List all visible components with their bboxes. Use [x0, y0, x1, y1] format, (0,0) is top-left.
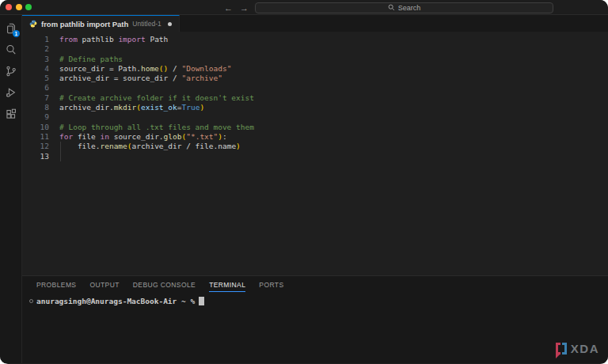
code-text: archive_dir = source_dir / "archive"	[59, 74, 222, 83]
modified-dot-icon[interactable]	[168, 22, 172, 26]
line-number: 12	[22, 142, 49, 151]
code-text: for file in source_dir.glob("*.txt"):	[59, 132, 227, 142]
traffic-lights	[6, 4, 32, 10]
panel-tab-output[interactable]: OUTPUT	[89, 281, 119, 292]
code-line[interactable]: 9	[22, 112, 608, 122]
sidebar-item-run-debug[interactable]	[5, 86, 17, 98]
xda-logo-text: XDA	[571, 342, 599, 355]
titlebar: ← → Search	[0, 0, 608, 15]
line-number: 5	[22, 74, 49, 83]
code-line[interactable]: 3# Define paths	[22, 55, 608, 64]
line-number: 11	[22, 132, 49, 142]
activity-bar: 1	[0, 15, 22, 363]
search-icon	[6, 44, 17, 55]
editor-tab-bar: from pathlib import Path Untitled-1	[22, 15, 608, 32]
editor-lines: 1from pathlib import Path23# Define path…	[22, 35, 608, 161]
code-text: # Define paths	[59, 55, 123, 64]
command-center-search[interactable]: Search	[255, 2, 553, 13]
line-number: 1	[22, 35, 49, 44]
terminal-prompt: anuragsingh@Anurags-MacBook-Air ~ %	[36, 297, 195, 305]
line-number: 13	[22, 152, 49, 161]
terminal[interactable]: anuragsingh@Anurags-MacBook-Air ~ %	[22, 297, 608, 305]
line-number: 4	[22, 64, 49, 74]
search-placeholder: Search	[398, 4, 421, 12]
close-window-button[interactable]	[6, 4, 12, 10]
forward-arrow-icon[interactable]: →	[240, 2, 249, 14]
minimize-window-button[interactable]	[16, 4, 22, 10]
code-line[interactable]: 4source_dir = Path.home() / "Downloads"	[22, 64, 608, 74]
command-decoration-icon	[29, 299, 33, 303]
indent-guide	[60, 142, 61, 151]
line-number: 8	[22, 103, 49, 112]
line-number: 3	[22, 55, 49, 64]
extensions-icon	[6, 108, 17, 119]
code-text: from pathlib import Path	[59, 35, 168, 44]
code-text: source_dir = Path.home() / "Downloads"	[59, 64, 231, 74]
code-text: file.rename(archive_dir / file.name)	[59, 142, 241, 151]
sidebar-item-source-control[interactable]	[5, 65, 17, 77]
terminal-cursor	[199, 297, 204, 305]
code-line[interactable]: 13	[22, 152, 608, 161]
code-line[interactable]: 8archive_dir.mkdir(exist_ok=True)	[22, 103, 608, 112]
panel-tab-debug-console[interactable]: DEBUG CONSOLE	[133, 281, 196, 292]
code-text: archive_dir.mkdir(exist_ok=True)	[59, 103, 204, 112]
code-text: # Loop through all .txt files and move t…	[59, 123, 254, 132]
vscode-window: ← → Search 1	[0, 0, 608, 364]
code-line[interactable]: 6	[22, 83, 608, 93]
sidebar-item-search[interactable]	[5, 44, 17, 55]
line-number: 9	[22, 112, 49, 122]
code-text: # Create archive folder if it doesn't ex…	[59, 93, 254, 103]
line-number: 7	[22, 93, 49, 103]
panel-tab-problems[interactable]: PROBLEMS	[36, 281, 76, 292]
code-line[interactable]: 2	[22, 44, 608, 54]
panel-tab-ports[interactable]: PORTS	[259, 281, 283, 292]
run-debug-icon	[6, 87, 17, 98]
xda-right-bracket-icon	[562, 343, 567, 355]
bottom-panel: PROBLEMSOUTPUTDEBUG CONSOLETERMINALPORTS…	[22, 275, 608, 363]
indent-guide	[60, 152, 61, 161]
code-line[interactable]: 1from pathlib import Path	[22, 35, 608, 44]
code-line[interactable]: 12 file.rename(archive_dir / file.name)	[22, 142, 608, 151]
sidebar-item-explorer[interactable]: 1	[5, 22, 17, 34]
panel-tab-bar: PROBLEMSOUTPUTDEBUG CONSOLETERMINALPORTS	[22, 276, 608, 292]
code-line[interactable]: 11for file in source_dir.glob("*.txt"):	[22, 132, 608, 142]
code-line[interactable]: 5archive_dir = source_dir / "archive"	[22, 74, 608, 83]
tab-description: Untitled-1	[132, 20, 161, 28]
code-editor[interactable]: 1from pathlib import Path23# Define path…	[22, 32, 608, 275]
line-number: 2	[22, 44, 49, 54]
zoom-window-button[interactable]	[25, 4, 32, 10]
xda-logo-icon	[556, 343, 567, 355]
xda-watermark: XDA	[556, 342, 599, 355]
editor-tab-untitled-1[interactable]: from pathlib import Path Untitled-1	[22, 15, 180, 32]
line-number: 6	[22, 83, 49, 93]
python-icon	[29, 20, 37, 28]
tab-title: from pathlib import Path	[41, 20, 128, 28]
code-line[interactable]: 10# Loop through all .txt files and move…	[22, 123, 608, 132]
xda-left-bracket-icon	[556, 343, 560, 355]
git-branch-icon	[6, 66, 17, 77]
line-number: 10	[22, 123, 49, 132]
search-icon	[388, 4, 395, 11]
back-arrow-icon[interactable]: ←	[224, 2, 233, 14]
code-line[interactable]: 7# Create archive folder if it doesn't e…	[22, 93, 608, 103]
panel-tab-terminal[interactable]: TERMINAL	[209, 281, 245, 292]
explorer-badge: 1	[13, 30, 21, 38]
sidebar-item-extensions[interactable]	[5, 108, 17, 119]
